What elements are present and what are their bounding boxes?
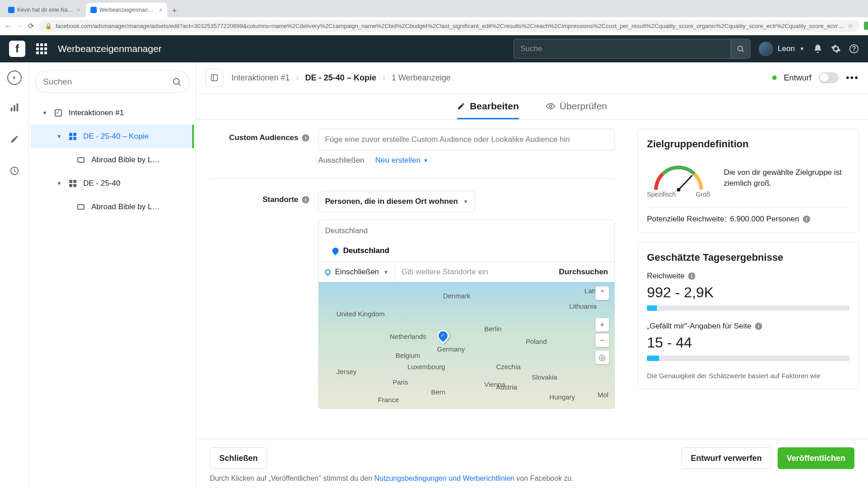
tree-label: Interaktionen #1 [69,108,124,117]
breadcrumb-current[interactable]: DE - 25-40 – Kopie [305,73,376,83]
info-icon[interactable]: i [302,134,309,141]
map-collapse-icon[interactable]: ⌃ [595,286,609,300]
breadcrumb-item[interactable]: 1 Werbeanzeige [392,73,451,83]
adset-icon [68,131,78,141]
panel-toggle-icon[interactable] [205,69,223,87]
tab-label: Überprüfen [560,101,607,112]
close-button[interactable]: Schließen [210,447,267,469]
map-zoom-out-icon[interactable]: − [595,333,609,347]
info-icon[interactable]: i [755,323,762,330]
edit-mode-icon[interactable] [5,130,24,148]
campaign-tree: ▼ Interaktionen #1 ▼ DE - 25-40 – Kopie … [29,101,196,219]
tree-item-ad[interactable]: Abroad Bible by L… [31,148,194,172]
potential-reach: Potenzielle Reichweite: 6.900.000 Person… [647,215,849,224]
browser-tab-active[interactable]: Werbeanzeigenmanager – We… × [86,3,167,17]
audience-gauge-icon [647,158,710,194]
user-menu[interactable]: Leon ▼ [759,42,805,56]
note-suffix: von Facebook zu. [514,474,574,482]
reach-value: 6.900.000 Personen [730,215,799,224]
footer-disclaimer: Durch Klicken auf „Veröffentlichen" stim… [210,474,854,483]
search-icon[interactable] [172,77,182,87]
include-label: Einschließen [335,267,379,277]
custom-audiences-input[interactable] [318,129,615,150]
map-zoom-in-icon[interactable]: + [595,318,609,332]
reach-progress-bar [647,305,849,311]
expand-rail-icon[interactable] [7,70,22,85]
label-text: Standorte [263,195,298,204]
select-value: Personen, die in diesem Ort wohnen [325,197,458,206]
svg-point-12 [549,105,552,108]
map-label: Poland [526,338,547,345]
settings-icon[interactable] [831,44,841,54]
custom-audiences-row: Custom Audiences i Ausschließen Neu erst… [210,129,615,165]
tree-item-campaign[interactable]: ▼ Interaktionen #1 [31,101,194,125]
help-icon[interactable] [849,44,859,54]
more-menu-icon[interactable]: ••• [846,72,859,84]
tree-item-adset[interactable]: ▼ DE - 25-40 [31,172,194,195]
tree-label: Abroad Bible by L… [91,155,160,164]
include-selector[interactable]: Einschließen ▼ [319,262,395,282]
back-icon[interactable]: ← [5,22,12,30]
pin-icon [331,246,340,255]
browser-tab[interactable]: Kevin hat dir eine Nachricht g… × [4,3,85,17]
info-icon[interactable]: i [803,216,810,223]
info-icon[interactable]: i [688,272,695,280]
tree-label: DE - 25-40 [83,179,120,188]
svg-point-0 [738,46,743,51]
discard-draft-button[interactable]: Entwurf verwerfen [681,447,771,469]
global-search-input[interactable] [514,39,731,59]
tab-review[interactable]: Überprüfen [546,101,607,119]
exclude-link[interactable]: Ausschließen [318,156,364,165]
star-icon[interactable]: ☆ [848,23,853,29]
close-icon[interactable]: × [77,6,80,14]
map-locate-icon[interactable]: ◎ [595,351,609,364]
location-item[interactable]: Deutschland [319,242,614,262]
location-input[interactable]: Gib weitere Standorte ein [395,262,552,282]
breadcrumb-item[interactable]: Interaktionen #1 [231,73,290,83]
audience-definition-card: Zielgruppendefinition [637,129,859,233]
apps-menu-icon[interactable] [33,41,50,57]
tab-edit[interactable]: Bearbeiten [457,101,519,119]
history-icon[interactable] [5,162,24,180]
caret-down-icon[interactable]: ▼ [56,133,62,140]
address-bar[interactable]: 🔒 facebook.com/adsmanager/manage/adsets/… [38,20,859,32]
svg-line-1 [742,50,744,52]
campaign-tree-panel: ▼ Interaktionen #1 ▼ DE - 25-40 – Kopie … [29,62,196,488]
map-label: Lithuania [569,302,597,310]
publish-button[interactable]: Veröffentlichen [778,447,854,469]
map-label: Luxembourg [407,363,445,371]
tree-search [35,70,189,93]
extension-icon[interactable] [864,22,868,30]
terms-link[interactable]: Nutzungsbedingungen und Werberichtlinien [374,474,514,482]
create-new-link[interactable]: Neu erstellen ▼ [375,156,428,165]
close-icon[interactable]: × [159,6,163,14]
avatar [759,42,773,56]
svg-point-3 [854,51,854,51]
new-tab-button[interactable]: + [168,5,181,17]
editor-header: Interaktionen #1 › DE - 25-40 – Kopie › … [196,62,868,94]
map-label: United Kingdom [336,310,385,318]
extension-icons: ⋮ [864,22,868,30]
tab-title: Werbeanzeigenmanager – We… [99,7,156,13]
browse-button[interactable]: Durchsuchen [552,262,614,282]
caret-down-icon[interactable]: ▼ [42,110,48,116]
app-header: f Werbeanzeigenmanager Leon ▼ [0,35,868,62]
favicon-icon [90,7,97,13]
forward-icon[interactable]: → [16,22,24,30]
tree-item-adset-selected[interactable]: ▼ DE - 25-40 – Kopie [31,125,194,148]
caret-down-icon[interactable]: ▼ [56,180,62,187]
search-button[interactable] [731,39,750,59]
active-toggle[interactable] [819,72,839,83]
tree-search-input[interactable] [43,77,172,87]
tree-item-ad[interactable]: Abroad Bible by L… [31,195,194,219]
reports-icon[interactable] [5,99,24,117]
facebook-logo-icon[interactable]: f [9,41,25,57]
reload-icon[interactable]: ⟳ [28,22,34,30]
notifications-icon[interactable] [813,44,823,54]
info-icon[interactable]: i [302,196,309,203]
editor-body: Custom Audiences i Ausschließen Neu erst… [196,120,868,488]
location-map[interactable]: United Kingdom Denmark Latvia Lithuania … [319,282,614,408]
reach-label: Potenzielle Reichweite: [647,215,726,224]
map-label: Berlin [484,325,501,333]
location-type-selector[interactable]: Personen, die in diesem Ort wohnen ▼ [318,191,475,212]
